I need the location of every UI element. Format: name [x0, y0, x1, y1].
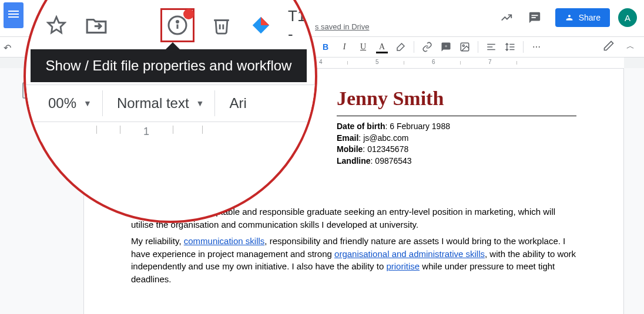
chevron-down-icon: ▼: [196, 99, 204, 108]
ruler-number: 6: [432, 59, 435, 65]
collapse-toolbar-button[interactable]: ︿: [626, 41, 635, 52]
zoom-select[interactable]: 00% ▼: [38, 90, 103, 116]
mobile-value: 012345678: [367, 144, 408, 154]
insert-image-button[interactable]: [457, 39, 473, 55]
svg-point-16: [176, 21, 178, 23]
line-spacing-button[interactable]: [502, 39, 518, 55]
style-toolbar: 00% ▼ Normal text ▼ Ari: [26, 85, 315, 122]
ruler-number: 1: [143, 126, 149, 138]
toolbar-separator: [414, 41, 414, 53]
profile-paragraph-2: My reliability, communication skills, re…: [131, 235, 576, 286]
more-button[interactable]: ⋯: [528, 39, 545, 55]
link-communication-skills[interactable]: communication skills: [184, 236, 265, 246]
svg-text:+: +: [444, 43, 447, 49]
highlight-button[interactable]: [393, 39, 409, 55]
landline-label: Landline: [337, 156, 371, 166]
divider: [337, 116, 576, 116]
email-label: Email: [337, 133, 358, 143]
ruler-number: 7: [488, 59, 492, 65]
toolbar-separator: [523, 41, 524, 53]
diamond-addon-icon[interactable]: [248, 12, 274, 38]
bold-button[interactable]: B: [317, 39, 334, 55]
dob-label: Date of birth: [337, 121, 385, 131]
comment-icon[interactable]: [527, 10, 542, 25]
text-color-button[interactable]: A: [374, 39, 390, 55]
underline-button[interactable]: U: [355, 39, 371, 55]
move-icon[interactable]: [83, 12, 109, 38]
chevron-down-icon: ▼: [83, 99, 92, 108]
svg-marker-20: [261, 17, 269, 25]
star-icon[interactable]: [43, 12, 69, 38]
contact-block: Date of birth: 6 February 1988 Email: js…: [337, 121, 576, 167]
italic-button[interactable]: I: [336, 39, 353, 55]
info-properties-button[interactable]: [160, 8, 194, 42]
svg-point-5: [462, 45, 464, 46]
svg-rect-2: [531, 17, 535, 18]
activity-icon[interactable]: [499, 10, 514, 25]
trash-icon[interactable]: [209, 12, 234, 38]
insert-link-button[interactable]: [419, 39, 435, 55]
share-button[interactable]: Share: [555, 8, 610, 27]
account-avatar[interactable]: A: [618, 8, 637, 27]
svg-marker-13: [48, 17, 65, 33]
insert-comment-button[interactable]: +: [438, 39, 454, 55]
document-title: Jenny Smith: [337, 87, 576, 110]
addon-toolbar: T1 -: [26, 7, 315, 43]
align-button[interactable]: [483, 39, 499, 55]
font-select[interactable]: Ari: [219, 90, 257, 116]
svg-rect-1: [531, 15, 538, 16]
dob-value: 6 February 1988: [390, 121, 450, 131]
vertical-ruler[interactable]: [0, 68, 11, 314]
editing-mode-button[interactable]: [603, 40, 615, 54]
notification-dot-icon: [183, 9, 194, 19]
docs-logo-icon[interactable]: [4, 2, 24, 28]
ruler-number: 5: [375, 59, 379, 65]
ruler-number: 4: [319, 59, 323, 65]
tooltip: Show / Edit file properties and workflow: [31, 49, 307, 82]
link-prioritise[interactable]: prioritise: [386, 261, 420, 271]
email-value: js@abc.com: [363, 133, 408, 143]
ruler-magnified: 1: [26, 122, 315, 142]
link-organisational-skills[interactable]: organisational and administrative skills: [334, 249, 485, 259]
mobile-label: Mobile: [337, 144, 363, 154]
share-label: Share: [579, 13, 601, 22]
paragraph-style-select[interactable]: Normal text ▼: [106, 90, 216, 116]
landline-value: 09876543: [375, 156, 411, 166]
toolbar-separator: [478, 41, 478, 53]
save-status[interactable]: s saved in Drive: [315, 22, 369, 31]
